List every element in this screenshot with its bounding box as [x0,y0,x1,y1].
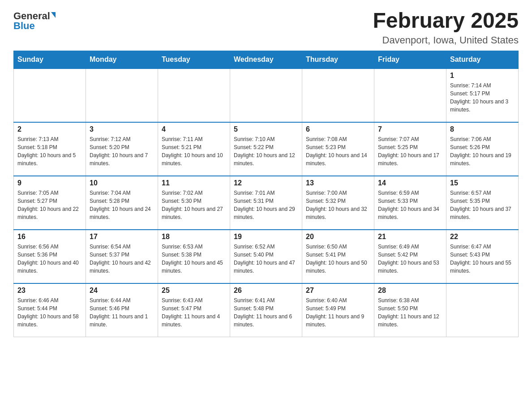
calendar-cell: 6Sunrise: 7:08 AMSunset: 5:23 PMDaylight… [302,122,374,176]
day-number: 5 [234,125,298,133]
day-info: Sunrise: 7:04 AMSunset: 5:28 PMDaylight:… [90,189,154,221]
day-number: 8 [450,125,515,133]
day-info: Sunrise: 6:40 AMSunset: 5:49 PMDaylight:… [306,296,370,329]
day-info: Sunrise: 7:05 AMSunset: 5:27 PMDaylight:… [17,189,82,221]
calendar-cell: 17Sunrise: 6:54 AMSunset: 5:37 PMDayligh… [86,230,158,283]
day-info: Sunrise: 6:52 AMSunset: 5:40 PMDaylight:… [234,243,298,275]
day-info: Sunrise: 7:14 AMSunset: 5:17 PMDaylight:… [450,81,515,114]
day-number: 22 [450,233,515,241]
calendar-week-row: 23Sunrise: 6:46 AMSunset: 5:44 PMDayligh… [14,283,519,337]
day-info: Sunrise: 6:49 AMSunset: 5:42 PMDaylight:… [378,243,442,275]
calendar-cell [158,68,230,122]
day-number: 17 [90,233,154,241]
calendar-header-row: SundayMondayTuesdayWednesdayThursdayFrid… [14,51,519,68]
calendar-header-monday: Monday [86,51,158,68]
calendar-cell: 27Sunrise: 6:40 AMSunset: 5:49 PMDayligh… [302,283,374,337]
calendar-cell: 18Sunrise: 6:53 AMSunset: 5:38 PMDayligh… [158,230,230,283]
day-info: Sunrise: 7:10 AMSunset: 5:22 PMDaylight:… [234,135,298,167]
day-number: 27 [306,287,370,295]
calendar-cell [446,283,519,337]
day-info: Sunrise: 6:54 AMSunset: 5:37 PMDaylight:… [90,243,154,275]
calendar-cell: 13Sunrise: 7:00 AMSunset: 5:32 PMDayligh… [302,176,374,230]
calendar-header-tuesday: Tuesday [158,51,230,68]
day-info: Sunrise: 7:11 AMSunset: 5:21 PMDaylight:… [162,135,226,167]
day-number: 10 [90,179,154,187]
day-info: Sunrise: 7:02 AMSunset: 5:30 PMDaylight:… [162,189,226,221]
day-info: Sunrise: 6:56 AMSunset: 5:36 PMDaylight:… [17,243,82,275]
day-number: 9 [17,179,82,187]
calendar-cell: 25Sunrise: 6:43 AMSunset: 5:47 PMDayligh… [158,283,230,337]
day-info: Sunrise: 6:57 AMSunset: 5:35 PMDaylight:… [450,189,515,221]
calendar-cell: 20Sunrise: 6:50 AMSunset: 5:41 PMDayligh… [302,230,374,283]
calendar-cell: 3Sunrise: 7:12 AMSunset: 5:20 PMDaylight… [86,122,158,176]
calendar-cell: 11Sunrise: 7:02 AMSunset: 5:30 PMDayligh… [158,176,230,230]
calendar-cell [14,68,86,122]
day-info: Sunrise: 6:47 AMSunset: 5:43 PMDaylight:… [450,243,515,275]
calendar-table: SundayMondayTuesdayWednesdayThursdayFrid… [13,51,519,338]
day-number: 11 [162,179,226,187]
day-info: Sunrise: 6:59 AMSunset: 5:33 PMDaylight:… [378,189,442,221]
day-info: Sunrise: 7:06 AMSunset: 5:26 PMDaylight:… [450,135,515,167]
day-number: 6 [306,125,370,133]
day-number: 20 [306,233,370,241]
day-number: 2 [17,125,82,133]
calendar-header-friday: Friday [374,51,446,68]
calendar-cell: 23Sunrise: 6:46 AMSunset: 5:44 PMDayligh… [14,283,86,337]
day-info: Sunrise: 7:01 AMSunset: 5:31 PMDaylight:… [234,189,298,221]
title-section: February 2025 Davenport, Iowa, United St… [373,9,519,46]
day-number: 26 [234,287,298,295]
calendar-cell: 1Sunrise: 7:14 AMSunset: 5:17 PMDaylight… [446,68,519,122]
calendar-week-row: 2Sunrise: 7:13 AMSunset: 5:18 PMDaylight… [14,122,519,176]
calendar-cell: 26Sunrise: 6:41 AMSunset: 5:48 PMDayligh… [230,283,302,337]
day-number: 7 [378,125,442,133]
day-info: Sunrise: 6:46 AMSunset: 5:44 PMDaylight:… [17,296,82,329]
day-number: 3 [90,125,154,133]
calendar-header-thursday: Thursday [302,51,374,68]
day-number: 23 [17,287,82,295]
calendar-cell: 15Sunrise: 6:57 AMSunset: 5:35 PMDayligh… [446,176,519,230]
calendar-week-row: 16Sunrise: 6:56 AMSunset: 5:36 PMDayligh… [14,230,519,283]
day-number: 24 [90,287,154,295]
day-info: Sunrise: 7:07 AMSunset: 5:25 PMDaylight:… [378,135,442,167]
day-number: 12 [234,179,298,187]
day-number: 21 [378,233,442,241]
day-number: 14 [378,179,442,187]
calendar-cell: 19Sunrise: 6:52 AMSunset: 5:40 PMDayligh… [230,230,302,283]
calendar-cell [86,68,158,122]
day-info: Sunrise: 7:00 AMSunset: 5:32 PMDaylight:… [306,189,370,221]
day-info: Sunrise: 7:08 AMSunset: 5:23 PMDaylight:… [306,135,370,167]
day-info: Sunrise: 7:12 AMSunset: 5:20 PMDaylight:… [90,135,154,167]
day-number: 15 [450,179,515,187]
calendar-cell [230,68,302,122]
logo-blue-text: Blue [13,21,35,31]
calendar-cell: 16Sunrise: 6:56 AMSunset: 5:36 PMDayligh… [14,230,86,283]
calendar-header-wednesday: Wednesday [230,51,302,68]
day-info: Sunrise: 6:38 AMSunset: 5:50 PMDaylight:… [378,296,442,329]
calendar-cell: 2Sunrise: 7:13 AMSunset: 5:18 PMDaylight… [14,122,86,176]
day-info: Sunrise: 6:53 AMSunset: 5:38 PMDaylight:… [162,243,226,275]
day-number: 16 [17,233,82,241]
day-number: 1 [450,72,515,80]
day-info: Sunrise: 6:50 AMSunset: 5:41 PMDaylight:… [306,243,370,275]
calendar-week-row: 9Sunrise: 7:05 AMSunset: 5:27 PMDaylight… [14,176,519,230]
calendar-cell: 24Sunrise: 6:44 AMSunset: 5:46 PMDayligh… [86,283,158,337]
calendar-cell: 5Sunrise: 7:10 AMSunset: 5:22 PMDaylight… [230,122,302,176]
page-header: General Blue February 2025 Davenport, Io… [13,9,519,46]
calendar-header-saturday: Saturday [446,51,519,68]
calendar-cell: 7Sunrise: 7:07 AMSunset: 5:25 PMDaylight… [374,122,446,176]
day-number: 4 [162,125,226,133]
calendar-cell: 10Sunrise: 7:04 AMSunset: 5:28 PMDayligh… [86,176,158,230]
logo: General Blue [13,9,56,31]
calendar-header-sunday: Sunday [14,51,86,68]
day-info: Sunrise: 6:43 AMSunset: 5:47 PMDaylight:… [162,296,226,329]
logo-general-text: General [13,11,50,21]
calendar-cell: 4Sunrise: 7:11 AMSunset: 5:21 PMDaylight… [158,122,230,176]
month-title: February 2025 [373,9,519,33]
day-number: 28 [378,287,442,295]
calendar-cell: 8Sunrise: 7:06 AMSunset: 5:26 PMDaylight… [446,122,519,176]
day-number: 18 [162,233,226,241]
day-info: Sunrise: 6:44 AMSunset: 5:46 PMDaylight:… [90,296,154,329]
day-info: Sunrise: 6:41 AMSunset: 5:48 PMDaylight:… [234,296,298,329]
calendar-cell [302,68,374,122]
day-number: 19 [234,233,298,241]
